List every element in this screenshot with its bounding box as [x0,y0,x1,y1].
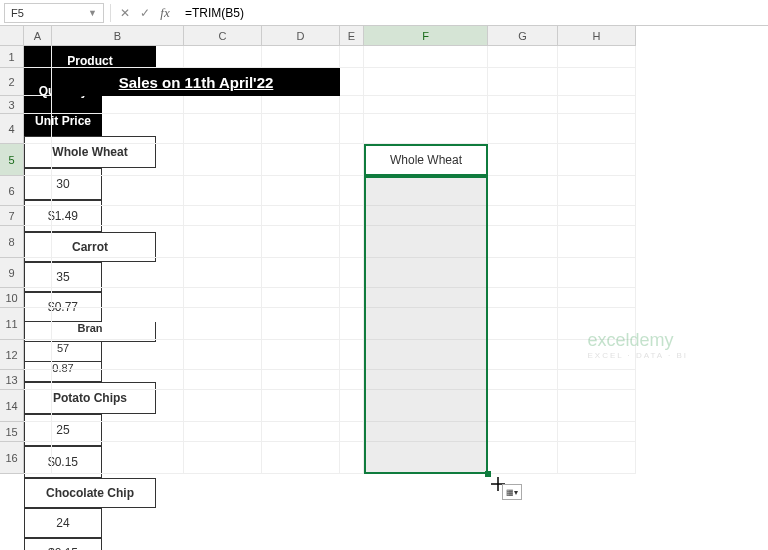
cell[interactable] [364,176,488,206]
cell[interactable] [24,442,52,474]
cell[interactable] [184,226,262,258]
cell[interactable] [184,390,262,422]
col-header-H[interactable]: H [558,26,636,46]
cell[interactable] [340,114,364,144]
cell[interactable] [52,258,184,288]
cell[interactable] [340,176,364,206]
cell[interactable] [262,46,340,68]
cell[interactable] [488,144,558,176]
cell[interactable] [364,206,488,226]
cell[interactable] [364,442,488,474]
autofill-options-button[interactable]: ▦▾ [502,484,522,500]
row-header-6[interactable]: 6 [0,176,24,206]
row-header-5[interactable]: 5 [0,144,24,176]
formula-input[interactable] [179,3,764,23]
cell[interactable] [340,442,364,474]
cell[interactable] [340,390,364,422]
cell[interactable] [364,96,488,114]
cell[interactable] [52,96,184,114]
cell[interactable] [24,288,52,308]
cell[interactable] [364,226,488,258]
cell[interactable] [558,68,636,96]
cell[interactable] [488,288,558,308]
left-product-4[interactable]: Chocolate Chip [24,478,156,508]
cell[interactable] [488,340,558,370]
cell[interactable] [364,308,488,340]
cell[interactable] [488,114,558,144]
cells-area[interactable]: Sales on 11th April'22ProductQuantityUni… [24,46,156,550]
row-header-9[interactable]: 9 [0,258,24,288]
cell[interactable] [488,308,558,340]
row-header-2[interactable]: 2 [0,68,24,96]
row-header-15[interactable]: 15 [0,422,24,442]
cell[interactable] [24,96,52,114]
cell[interactable] [52,422,184,442]
cell[interactable] [24,144,52,176]
cell[interactable] [364,390,488,422]
cell[interactable] [558,96,636,114]
cell[interactable] [24,206,52,226]
cell[interactable] [488,206,558,226]
row-header-16[interactable]: 16 [0,442,24,474]
cell[interactable] [364,68,488,96]
cell[interactable] [364,340,488,370]
cell[interactable] [340,308,364,340]
cell[interactable] [52,46,184,68]
cell[interactable] [24,176,52,206]
cell[interactable] [558,308,636,340]
cell[interactable] [184,308,262,340]
cell[interactable] [340,206,364,226]
cell[interactable] [340,46,364,68]
cell[interactable] [52,114,184,144]
row-header-13[interactable]: 13 [0,370,24,390]
cell[interactable] [262,144,340,176]
cell[interactable] [184,288,262,308]
chevron-down-icon[interactable]: ▼ [88,8,97,18]
cell[interactable] [340,340,364,370]
cell[interactable] [262,422,340,442]
cell[interactable] [52,288,184,308]
cell[interactable] [340,226,364,258]
row-header-3[interactable]: 3 [0,96,24,114]
cell[interactable] [184,422,262,442]
cell[interactable] [24,370,52,390]
col-header-B[interactable]: B [52,26,184,46]
cell[interactable] [52,370,184,390]
cell[interactable] [340,96,364,114]
cell[interactable] [364,370,488,390]
cell[interactable] [488,390,558,422]
cell[interactable] [262,442,340,474]
row-header-11[interactable]: 11 [0,308,24,340]
row-header-8[interactable]: 8 [0,226,24,258]
cell[interactable] [558,288,636,308]
cell[interactable] [262,96,340,114]
cell[interactable] [52,226,184,258]
cell[interactable] [184,114,262,144]
cell[interactable] [262,258,340,288]
cell[interactable] [340,258,364,288]
cell[interactable] [364,258,488,288]
row-header-14[interactable]: 14 [0,390,24,422]
row-header-1[interactable]: 1 [0,46,24,68]
cell[interactable] [184,144,262,176]
cell[interactable] [262,114,340,144]
cell[interactable] [52,144,184,176]
cell[interactable] [184,370,262,390]
cell[interactable] [184,206,262,226]
cell[interactable] [558,390,636,422]
cell[interactable] [52,176,184,206]
col-header-D[interactable]: D [262,26,340,46]
row-header-10[interactable]: 10 [0,288,24,308]
left-price-4[interactable]: $0.15 [24,538,102,550]
cell[interactable] [52,206,184,226]
cell[interactable] [24,68,52,96]
cell[interactable] [184,96,262,114]
cell[interactable] [558,114,636,144]
row-header-12[interactable]: 12 [0,340,24,370]
cell[interactable] [184,442,262,474]
cell[interactable] [262,176,340,206]
cell[interactable] [52,308,184,340]
cell[interactable] [184,258,262,288]
cell[interactable] [558,442,636,474]
cell[interactable] [488,226,558,258]
